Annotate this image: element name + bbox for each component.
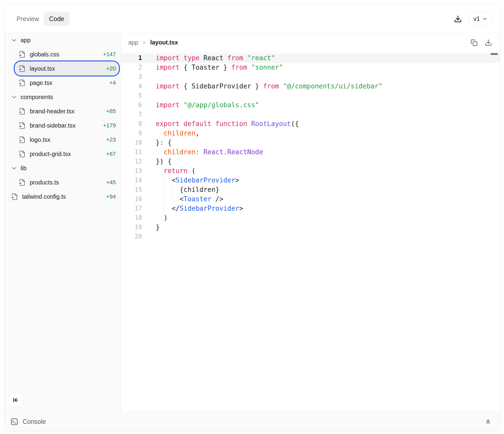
added-lines-badge: +23 xyxy=(106,136,121,143)
line-number: 20 xyxy=(121,232,142,241)
code-line-16[interactable]: 16 <Toaster /> xyxy=(121,194,500,204)
folder-item-lib[interactable]: lib xyxy=(5,161,121,175)
added-lines-badge: +85 xyxy=(106,108,121,115)
code-line-7[interactable]: 7 xyxy=(121,110,500,119)
code-line-18[interactable]: 18 ) xyxy=(121,213,500,223)
expand-console-button[interactable] xyxy=(485,418,492,425)
file-item-page.tsx[interactable]: page.tsx+4 xyxy=(5,76,121,90)
top-bar-actions: v1 xyxy=(454,12,492,26)
line-number: 16 xyxy=(121,194,142,204)
code-line-5[interactable]: 5 xyxy=(121,91,500,100)
code-panel: app layout.tsx xyxy=(121,33,500,412)
code-line-11[interactable]: 11 children: React.ReactNode xyxy=(121,147,500,157)
file-item-globals.css[interactable]: globals.css+147 xyxy=(5,47,121,61)
tree-item-label: tailwind.config.ts xyxy=(22,193,66,200)
added-lines-badge: +45 xyxy=(106,179,121,186)
line-number: 3 xyxy=(121,72,142,82)
chevron-down-icon xyxy=(11,94,17,100)
main-area: appglobals.css+147layout.tsx+20page.tsx+… xyxy=(5,33,500,412)
tab-code[interactable]: Code xyxy=(44,12,70,26)
indent-guide xyxy=(172,185,172,194)
collapse-sidebar-button[interactable] xyxy=(9,393,22,407)
code-line-13[interactable]: 13 return ( xyxy=(121,166,500,176)
download-file-button[interactable] xyxy=(485,39,492,46)
breadcrumb-folder[interactable]: app xyxy=(128,39,138,46)
added-lines-badge: +179 xyxy=(103,122,121,129)
indent-guide xyxy=(164,147,164,157)
code-line-15[interactable]: 15 {children} xyxy=(121,185,500,194)
folder-item-app[interactable]: app xyxy=(5,33,121,47)
code-line-10[interactable]: 10}: { xyxy=(121,138,500,147)
file-plus-icon xyxy=(11,193,18,200)
tab-preview[interactable]: Preview xyxy=(12,12,44,26)
file-tree: appglobals.css+147layout.tsx+20page.tsx+… xyxy=(5,33,121,204)
code-line-19[interactable]: 19} xyxy=(121,223,500,232)
indent-guide xyxy=(164,129,164,138)
code-workspace-card: Preview Code v1 appglob xyxy=(5,5,500,431)
chevrons-up-icon xyxy=(485,418,492,425)
code-line-1[interactable]: 1import type React from "react" xyxy=(121,53,500,63)
indent-guide xyxy=(164,166,164,176)
code-line-4[interactable]: 4import { SidebarProvider } from "@/comp… xyxy=(121,82,500,91)
file-item-layout.tsx[interactable]: layout.tsx+20 xyxy=(5,61,121,76)
code-line-20[interactable]: 20 xyxy=(121,232,500,241)
indent-guide xyxy=(164,194,164,204)
code-editor[interactable]: 1import type React from "react"2import {… xyxy=(121,52,500,412)
code-line-9[interactable]: 9 children, xyxy=(121,129,500,138)
download-project-button[interactable] xyxy=(454,15,462,23)
code-line-17[interactable]: 17 </SidebarProvider> xyxy=(121,204,500,213)
line-number: 15 xyxy=(121,185,142,194)
code-line-2[interactable]: 2import { Toaster } from "sonner" xyxy=(121,63,500,72)
code-line-3[interactable]: 3 xyxy=(121,72,500,82)
file-item-brand-sidebar.tsx[interactable]: brand-sidebar.tsx+179 xyxy=(5,118,121,133)
tree-item-label: page.tsx xyxy=(30,80,52,86)
code-line-6[interactable]: 6import "@/app/globals.css" xyxy=(121,100,500,110)
added-lines-badge: +67 xyxy=(106,151,121,157)
line-number: 9 xyxy=(121,129,142,138)
file-item-logo.tsx[interactable]: logo.tsx+23 xyxy=(5,133,121,147)
chevron-right-icon xyxy=(141,40,147,45)
code-line-8[interactable]: 8export default function RootLayout({ xyxy=(121,119,500,129)
folder-item-components[interactable]: components xyxy=(5,90,121,104)
console-label: Console xyxy=(23,418,46,425)
tree-item-label: lib xyxy=(21,165,27,172)
added-lines-badge: +4 xyxy=(109,80,121,86)
file-plus-icon xyxy=(19,108,26,115)
file-item-tailwind.config.ts[interactable]: tailwind.config.ts+94 xyxy=(5,190,121,204)
indent-guide xyxy=(164,204,164,213)
line-number: 5 xyxy=(121,91,142,100)
file-item-products.ts[interactable]: products.ts+45 xyxy=(5,175,121,190)
version-selector[interactable]: v1 xyxy=(469,12,492,26)
file-item-brand-header.tsx[interactable]: brand-header.tsx+85 xyxy=(5,104,121,118)
code-line-14[interactable]: 14 <SidebarProvider> xyxy=(121,176,500,185)
indent-guide xyxy=(164,176,164,185)
line-number: 1 xyxy=(121,53,142,63)
breadcrumb-file: layout.tsx xyxy=(150,39,178,46)
line-number: 13 xyxy=(121,166,142,176)
line-number: 6 xyxy=(121,100,142,110)
terminal-icon xyxy=(10,418,18,426)
tree-item-label: components xyxy=(21,94,53,101)
line-number: 4 xyxy=(121,82,142,91)
line-number: 17 xyxy=(121,204,142,213)
code-panel-header: app layout.tsx xyxy=(121,33,500,52)
copy-code-button[interactable] xyxy=(470,39,478,46)
download-icon xyxy=(454,15,462,23)
line-number: 14 xyxy=(121,176,142,185)
code-header-actions xyxy=(470,39,492,46)
code-line-12[interactable]: 12}) { xyxy=(121,157,500,166)
line-number: 8 xyxy=(121,119,142,129)
view-tabs: Preview Code xyxy=(12,12,70,26)
download-icon xyxy=(485,39,492,46)
console-bar[interactable]: Console xyxy=(5,412,500,431)
tree-item-label: brand-sidebar.tsx xyxy=(30,122,75,129)
chevron-down-icon xyxy=(11,165,17,172)
line-number: 2 xyxy=(121,63,142,72)
file-item-product-grid.tsx[interactable]: product-grid.tsx+67 xyxy=(5,147,121,161)
page: Preview Code v1 appglob xyxy=(0,0,504,434)
line-number: 12 xyxy=(121,157,142,166)
file-tree-sidebar: appglobals.css+147layout.tsx+20page.tsx+… xyxy=(5,33,121,412)
indent-guide xyxy=(164,185,164,194)
file-plus-icon xyxy=(19,136,26,143)
added-lines-badge: +20 xyxy=(106,65,121,72)
